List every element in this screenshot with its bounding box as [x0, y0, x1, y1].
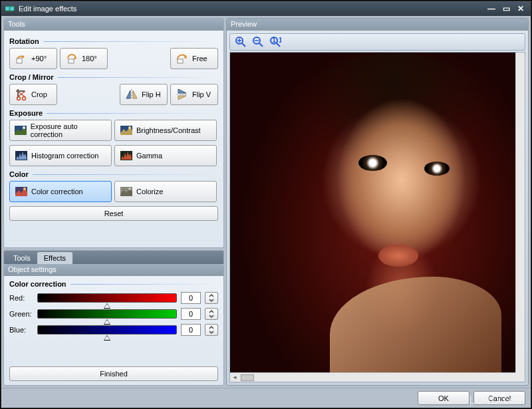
red-value[interactable]: 0: [181, 292, 201, 304]
green-label: Green:: [9, 310, 33, 318]
tabs: Tools Effects: [4, 251, 223, 264]
crop-label: Crop: [31, 90, 47, 98]
flip-v-label: Flip V: [192, 90, 211, 98]
cropmirror-section-title: Crop / Mirror: [9, 73, 218, 81]
left-panel: Tools Rotation +90° 180°: [3, 18, 224, 386]
histogram-icon: [14, 148, 29, 163]
finished-button[interactable]: Finished: [9, 366, 218, 381]
rotate-free-button[interactable]: Free: [170, 48, 218, 69]
svg-point-16: [128, 188, 131, 190]
tab-tools[interactable]: Tools: [7, 252, 37, 264]
green-value[interactable]: 0: [181, 308, 201, 320]
zoom-in-button[interactable]: [233, 35, 249, 49]
gamma-icon: [119, 148, 134, 163]
brightness-label: Brightness/Contrast: [136, 126, 201, 134]
red-reset-button[interactable]: [205, 292, 218, 304]
tools-header: Tools: [4, 19, 223, 31]
svg-rect-2: [17, 59, 22, 63]
svg-point-14: [23, 188, 26, 190]
horizontal-scrollbar[interactable]: [230, 372, 515, 382]
rotate-90-button[interactable]: +90°: [9, 48, 57, 69]
rotate-free-icon: [175, 51, 190, 66]
close-button[interactable]: ✕: [515, 4, 527, 13]
rotate-180-label: 180°: [82, 55, 97, 63]
rotate-90-label: +90°: [31, 55, 47, 63]
blue-reset-button[interactable]: [205, 324, 218, 336]
preview-area: [229, 52, 525, 382]
red-slider-row: Red: 0: [9, 292, 218, 304]
color-section-title: Color: [9, 170, 218, 178]
preview-panel: Preview 1:1: [226, 18, 529, 386]
vertical-scrollbar[interactable]: [515, 53, 525, 372]
tools-pane: Tools Rotation +90° 180°: [3, 18, 224, 248]
flip-h-icon: [124, 87, 139, 102]
color-correction-label: Color correction: [31, 188, 83, 196]
green-slider-row: Green: 0: [9, 308, 218, 320]
maximize-button[interactable]: ▭: [500, 4, 512, 13]
red-slider-thumb[interactable]: [104, 303, 110, 309]
gamma-button[interactable]: Gamma: [114, 145, 217, 166]
blue-slider-row: Blue: 0: [9, 324, 218, 336]
preview-header: Preview: [227, 19, 528, 31]
svg-point-8: [23, 126, 25, 129]
colorize-icon: [119, 184, 134, 199]
content: Tools Rotation +90° 180°: [1, 16, 531, 388]
gamma-label: Gamma: [136, 152, 162, 160]
zoom-out-button[interactable]: [250, 35, 266, 49]
red-slider[interactable]: [37, 293, 177, 303]
color-correction-icon: [14, 184, 29, 199]
histogram-label: Histogram correction: [31, 152, 98, 160]
svg-rect-0: [5, 7, 9, 11]
window: Edit image effects — ▭ ✕ Tools Rotation …: [1, 1, 531, 408]
colorcorr-section-title: Color correction: [9, 280, 218, 288]
preview-image[interactable]: [230, 53, 515, 372]
ok-button[interactable]: OK: [418, 391, 469, 405]
blue-slider-thumb[interactable]: [104, 335, 110, 341]
rotation-section-title: Rotation: [9, 37, 218, 45]
cancel-button[interactable]: Cancel: [473, 391, 525, 405]
exposure-section-title: Exposure: [9, 109, 218, 117]
flip-v-icon: [175, 87, 190, 102]
reset-button[interactable]: Reset: [9, 206, 218, 221]
svg-point-10: [128, 126, 131, 129]
flip-h-button[interactable]: Flip H: [120, 84, 168, 105]
brightness-icon: [119, 123, 134, 138]
rotate-free-label: Free: [192, 55, 207, 63]
flip-h-label: Flip H: [142, 90, 161, 98]
svg-rect-4: [178, 59, 183, 63]
green-slider-thumb[interactable]: [104, 319, 110, 325]
svg-rect-3: [68, 59, 74, 63]
settings-pane: Tools Effects Object settings Color corr…: [3, 250, 224, 386]
brightness-contrast-button[interactable]: Brightness/Contrast: [114, 120, 217, 141]
preview-toolbar: 1:1: [229, 33, 525, 51]
zoom-actual-button[interactable]: 1:1: [267, 35, 283, 49]
titlebar: Edit image effects — ▭ ✕: [1, 1, 531, 16]
rotate-180-icon: [65, 51, 79, 66]
crop-button[interactable]: Crop: [9, 84, 57, 105]
blue-value[interactable]: 0: [181, 324, 201, 336]
svg-text:1:1: 1:1: [272, 36, 281, 44]
svg-rect-1: [10, 7, 14, 11]
green-reset-button[interactable]: [205, 308, 218, 320]
footer: OK Cancel: [1, 388, 531, 408]
colorize-label: Colorize: [136, 188, 163, 196]
exposure-auto-label: Exposure auto correction: [31, 122, 107, 138]
tab-effects[interactable]: Effects: [37, 252, 72, 264]
color-correction-button[interactable]: Color correction: [9, 181, 112, 202]
colorize-button[interactable]: Colorize: [114, 181, 217, 202]
green-slider[interactable]: [37, 309, 177, 319]
settings-header: Object settings: [4, 264, 223, 276]
exposure-auto-button[interactable]: Exposure auto correction: [9, 120, 112, 141]
rotate-180-button[interactable]: 180°: [60, 48, 108, 69]
flip-v-button[interactable]: Flip V: [170, 84, 218, 105]
scroll-corner: [515, 372, 525, 382]
window-title: Edit image effects: [19, 5, 485, 13]
minimize-button[interactable]: —: [485, 4, 497, 13]
exposure-auto-icon: [14, 123, 28, 138]
blue-slider[interactable]: [37, 325, 177, 335]
red-label: Red:: [9, 294, 33, 302]
blue-label: Blue:: [9, 326, 33, 334]
crop-icon: [14, 87, 29, 102]
app-icon: [5, 5, 15, 12]
histogram-button[interactable]: Histogram correction: [9, 145, 112, 166]
